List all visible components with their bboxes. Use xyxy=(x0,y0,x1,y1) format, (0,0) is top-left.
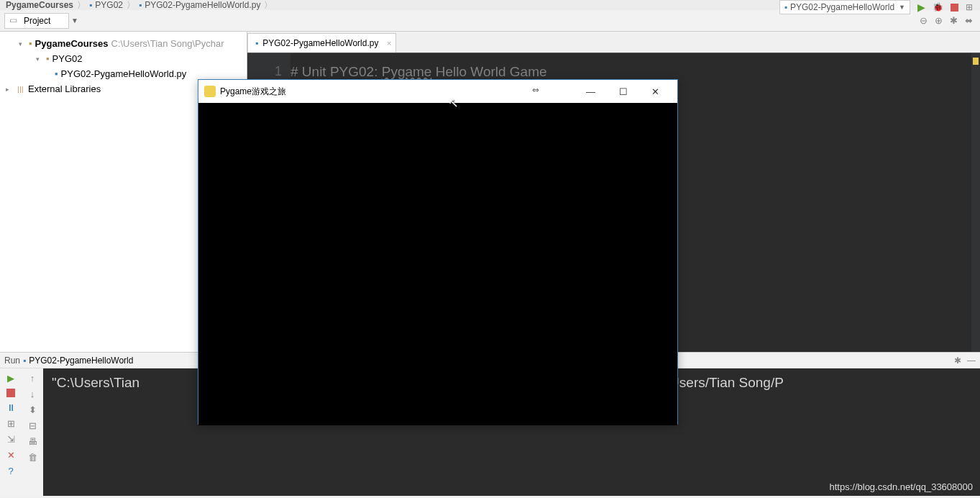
tree-ext-lib-label: External Libraries xyxy=(28,83,101,94)
run-label: Run xyxy=(4,356,20,366)
close-tab-icon[interactable]: × xyxy=(387,39,391,47)
trash-icon[interactable]: 🗑 xyxy=(28,452,37,463)
tree-folder[interactable]: ▾ ▪ PYG02 xyxy=(0,51,247,66)
python-icon: ▪ xyxy=(23,356,26,366)
close-button[interactable]: ✕ xyxy=(639,81,672,102)
tree-file-name: PYG02-PygameHelloWorld.py xyxy=(61,68,187,79)
pygame-canvas[interactable] xyxy=(198,103,677,425)
expand-arrow-icon[interactable]: ▸ xyxy=(6,86,13,93)
breadcrumb-sep: 〉 xyxy=(127,0,135,12)
scroll-icon[interactable]: ⊟ xyxy=(29,420,37,431)
folder-icon: ▪ xyxy=(46,53,50,64)
stop-icon[interactable] xyxy=(6,389,15,397)
debug-button-icon[interactable]: 🐞 xyxy=(933,2,943,12)
run-button-icon[interactable]: ▶ xyxy=(917,1,925,13)
up-icon[interactable]: ↑ xyxy=(30,373,35,384)
python-file-icon: ▪ xyxy=(139,0,142,10)
editor-tabs: ▪ PYG02-PygameHelloWorld.py × xyxy=(247,32,980,53)
tree-project-root[interactable]: ▾ ▪ PygameCourses C:\Users\Tian Song\Pyc… xyxy=(0,36,247,51)
hide-icon[interactable]: — xyxy=(967,356,976,366)
run-config-label: PYG02-PygameHelloWorld xyxy=(29,356,133,366)
warning-marker[interactable] xyxy=(973,58,979,65)
breadcrumb-file[interactable]: PYG02-PygameHelloWorld.py xyxy=(145,0,260,10)
stop-button-icon[interactable] xyxy=(951,4,958,12)
help-icon[interactable]: ? xyxy=(8,466,13,476)
locate-icon[interactable]: ⊕ xyxy=(935,15,943,26)
editor-tab[interactable]: ▪ PYG02-PygameHelloWorld.py × xyxy=(247,33,396,53)
hide-icon[interactable]: ⬌ xyxy=(965,15,973,26)
minimize-button[interactable]: — xyxy=(574,81,607,102)
editor-marker-bar[interactable] xyxy=(971,53,980,352)
tree-root-name: PygameCourses xyxy=(35,38,109,49)
run-config-name: PYG02-PygameHelloWorld xyxy=(790,2,894,12)
breadcrumb-sep: 〉 xyxy=(264,0,273,12)
dump-icon[interactable]: ⊞ xyxy=(7,418,15,429)
expand-arrow-icon[interactable]: ▾ xyxy=(19,40,26,47)
python-file-icon: ▪ xyxy=(255,38,258,48)
dropdown-arrow-icon[interactable]: ▼ xyxy=(69,14,81,27)
settings-gear-icon[interactable]: ✱ xyxy=(950,15,958,26)
libraries-icon: ⫼ xyxy=(16,83,25,94)
close-icon[interactable]: ✕ xyxy=(7,450,15,461)
run-config-dropdown[interactable]: ▪ PYG02-PygameHelloWorld ▼ xyxy=(779,0,910,14)
breadcrumb-bar: PygameCourses 〉 ▪ PYG02 〉 ▪ PYG02-Pygame… xyxy=(0,0,980,10)
pygame-app-window[interactable]: Pygame游戏之旅 — ☐ ✕ xyxy=(198,79,678,425)
expand-arrow-icon[interactable]: ▾ xyxy=(36,55,43,63)
pygame-window-title: Pygame游戏之旅 xyxy=(220,86,286,98)
breadcrumb-mid[interactable]: PYG02 xyxy=(95,0,123,10)
collapse-icon[interactable]: ⊖ xyxy=(920,15,928,26)
dropdown-arrow-icon: ▼ xyxy=(899,4,905,11)
tree-folder-name: PYG02 xyxy=(52,53,83,64)
down-icon[interactable]: ↓ xyxy=(30,389,35,399)
python-icon: ▪ xyxy=(784,2,787,12)
python-file-icon: ▪ xyxy=(55,68,58,79)
wrap-icon[interactable]: ⬍ xyxy=(29,404,37,415)
console-line: "C:\Users\Tian xyxy=(52,375,139,390)
run-gutter: ▶ ⏸ ⊞ ⇲ ✕ ? ↑ ↓ ⬍ ⊟ 🖶 🗑 xyxy=(0,368,43,496)
pygame-app-icon xyxy=(204,86,216,97)
rerun-icon[interactable]: ▶ xyxy=(7,373,14,384)
print-icon[interactable]: 🖶 xyxy=(28,436,37,447)
breadcrumb-sep: 〉 xyxy=(77,0,86,12)
breadcrumb-root[interactable]: PygameCourses xyxy=(6,0,73,10)
search-icon[interactable]: ⊞ xyxy=(966,2,973,12)
settings-gear-icon[interactable]: ✱ xyxy=(954,356,961,366)
maximize-button[interactable]: ☐ xyxy=(607,81,639,102)
resize-grip-icon: ⇔ xyxy=(532,85,539,95)
folder-icon: ▪ xyxy=(89,0,92,10)
pygame-titlebar[interactable]: Pygame游戏之旅 — ☐ ✕ xyxy=(198,80,677,103)
tree-root-path: C:\Users\Tian Song\Pychar xyxy=(111,38,224,49)
project-folder-icon: ▪ xyxy=(29,38,32,49)
project-view-selector[interactable]: Project xyxy=(4,13,69,29)
editor-tab-label: PYG02-PygameHelloWorld.py xyxy=(262,38,378,48)
pause-icon[interactable]: ⏸ xyxy=(6,402,16,413)
pin-icon[interactable]: ⇲ xyxy=(7,434,15,445)
